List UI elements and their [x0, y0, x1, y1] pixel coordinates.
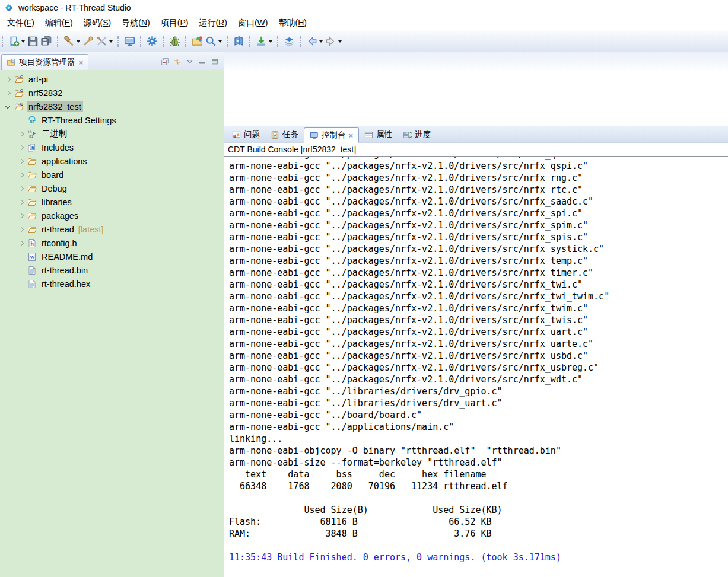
tree-item-nrf52832[interactable]: Cnrf52832	[0, 86, 224, 100]
new-wizard-button[interactable]	[7, 34, 26, 49]
svg-text:w: w	[30, 254, 35, 260]
forward-button[interactable]	[324, 34, 343, 49]
tab-problems[interactable]: 问题	[227, 127, 265, 142]
build-project-button[interactable]	[81, 34, 95, 49]
terminal-button[interactable]	[123, 34, 136, 49]
external-tools-button[interactable]	[95, 34, 114, 49]
menu-window[interactable]: 窗口(W)	[233, 16, 274, 30]
expand-arrow-icon[interactable]	[17, 199, 27, 205]
packages-button[interactable]	[190, 34, 204, 49]
menu-edit[interactable]: 编辑(E)	[40, 16, 78, 30]
toolbar-group	[1, 34, 56, 49]
tree-item-Includes[interactable]: hIncludes	[0, 141, 224, 154]
tab-console-view[interactable]: 控制台×	[304, 127, 359, 143]
tree-item-label: README.md	[40, 251, 94, 262]
tree-item-applications[interactable]: applications	[0, 154, 224, 168]
view-menu-icon	[186, 58, 194, 66]
dropdown-arrow-icon[interactable]	[109, 40, 113, 43]
console-output[interactable]: arm-none-eabi-gcc "../packages/nrfx-v2.1…	[224, 157, 728, 577]
build-button[interactable]	[62, 34, 81, 49]
expand-arrow-icon[interactable]	[4, 90, 14, 96]
minimize-button[interactable]	[198, 58, 206, 66]
tab-tasks[interactable]: 任务	[265, 127, 304, 142]
no-expand-spacer	[17, 117, 27, 123]
tree-item-Debug[interactable]: Debug	[0, 181, 224, 195]
sdk-manager-button[interactable]	[282, 34, 296, 49]
collapse-arrow-icon[interactable]	[4, 104, 14, 110]
menu-navigate[interactable]: 导航(N)	[116, 16, 155, 30]
tab-project-explorer[interactable]: 项目资源管理器 ×	[1, 54, 88, 70]
tree-item-rtconfig.h[interactable]: hrtconfig.h	[0, 236, 224, 250]
help-book-button[interactable]	[232, 34, 246, 49]
expand-arrow-icon[interactable]	[17, 227, 27, 232]
expand-arrow-icon[interactable]	[17, 213, 27, 219]
dropdown-arrow-icon[interactable]	[21, 40, 25, 43]
window-title: workspace - RT-Thread Studio	[18, 3, 131, 12]
close-icon[interactable]: ×	[79, 59, 84, 66]
save-all-button[interactable]	[40, 34, 53, 49]
folder-icon	[27, 197, 37, 207]
collapse-all-button[interactable]	[161, 58, 169, 66]
menu-source[interactable]: 源码(S)	[78, 16, 117, 30]
tree-item-packages[interactable]: packages	[0, 209, 224, 222]
expand-arrow-icon[interactable]	[17, 145, 27, 151]
expand-arrow-icon[interactable]	[17, 158, 27, 164]
view-menu-button[interactable]	[186, 58, 194, 66]
menu-help[interactable]: 帮助(H)	[273, 16, 311, 30]
debug-button[interactable]	[168, 34, 182, 49]
expand-arrow-icon[interactable]	[17, 131, 27, 137]
toolbar-group	[225, 34, 248, 49]
dropdown-arrow-icon[interactable]	[319, 40, 323, 43]
search-button[interactable]	[204, 34, 223, 49]
progress-icon	[403, 130, 412, 139]
tree-item-RT-Thread Settings[interactable]: RTRT-Thread Settings	[0, 113, 224, 127]
search-icon	[205, 36, 217, 47]
preferences-button[interactable]	[145, 34, 159, 49]
tab-label: 属性	[376, 129, 392, 140]
tree-item-libraries[interactable]: libraries	[0, 195, 224, 209]
maximize-button[interactable]	[211, 58, 219, 66]
link-editor-button[interactable]	[173, 58, 182, 66]
tab-properties[interactable]: 属性	[359, 127, 398, 142]
console-lines: arm-none-eabi-gcc "../packages/nrfx-v2.1…	[229, 157, 728, 552]
download-button[interactable]	[255, 34, 274, 49]
tree-item-label: rt-thread	[40, 224, 76, 235]
dropdown-arrow-icon[interactable]	[269, 40, 272, 43]
folder-icon	[27, 211, 37, 221]
console-line: arm-none-eabi-size --format=berkeley "rt…	[229, 457, 728, 468]
console-line: arm-none-eabi-gcc "../packages/nrfx-v2.1…	[229, 172, 728, 184]
dropdown-arrow-icon[interactable]	[338, 40, 342, 43]
tree-item-rt-thread[interactable]: rt-thread [latest]	[0, 222, 224, 236]
expand-arrow-icon[interactable]	[17, 186, 27, 192]
tree-item-rt-thread.bin[interactable]: rt-thread.bin	[0, 263, 224, 277]
expand-arrow-icon[interactable]	[4, 76, 14, 82]
toolbar-group	[56, 34, 116, 49]
dropdown-arrow-icon[interactable]	[77, 40, 80, 43]
toolbar-group	[139, 34, 161, 49]
close-icon[interactable]: ×	[349, 132, 354, 139]
menu-file[interactable]: 文件(F)	[2, 16, 40, 30]
svg-text:h: h	[30, 241, 34, 246]
back-button[interactable]	[305, 34, 324, 49]
tree-item-README.md[interactable]: wREADME.md	[0, 250, 224, 263]
project-tree[interactable]: Cart-piCnrf52832Cnrf52832_testRTRT-Threa…	[0, 70, 224, 577]
tab-label: 控制台	[322, 130, 346, 141]
save-button[interactable]	[26, 34, 40, 49]
menu-run[interactable]: 运行(R)	[193, 16, 232, 30]
console-line: arm-none-eabi-gcc "../packages/nrfx-v2.1…	[229, 314, 728, 326]
console-line: arm-none-eabi-gcc "../libraries/drivers/…	[229, 397, 728, 409]
tree-item-nrf52832_test[interactable]: Cnrf52832_test	[0, 100, 224, 113]
svg-text:C: C	[20, 88, 23, 93]
tab-progress[interactable]: 进度	[398, 127, 436, 142]
tree-item-二进制[interactable]: 1001二进制	[0, 127, 224, 141]
expand-arrow-icon[interactable]	[17, 240, 27, 246]
no-expand-spacer	[17, 267, 27, 273]
tree-item-rt-thread.hex[interactable]: rt-thread.hex	[0, 277, 224, 291]
expand-arrow-icon[interactable]	[17, 172, 27, 178]
console-line: arm-none-eabi-gcc "../packages/nrfx-v2.1…	[229, 374, 728, 385]
dropdown-arrow-icon[interactable]	[218, 40, 222, 43]
menu-project[interactable]: 项目(P)	[155, 16, 194, 30]
console-line: arm-none-eabi-gcc "../packages/nrfx-v2.1…	[229, 302, 728, 314]
tree-item-board[interactable]: board	[0, 168, 224, 181]
tree-item-art-pi[interactable]: Cart-pi	[0, 72, 224, 86]
